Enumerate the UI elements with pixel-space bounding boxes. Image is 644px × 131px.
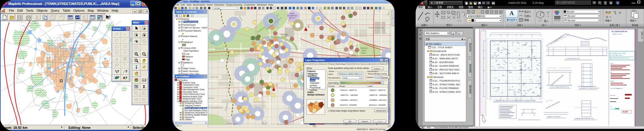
- svg-text:Park Plaza: Park Plaza: [250, 38, 260, 40]
- svg-text:BUILDING SECTION: BUILDING SECTION: [567, 58, 580, 59]
- svg-text:标注 ▾: 标注 ▾: [524, 10, 531, 13]
- svg-text:ELEVATOR PIT STAIR SECTION: ELEVATOR PIT STAIR SECTION: [580, 87, 599, 89]
- svg-text:插入: 插入: [544, 19, 549, 23]
- svg-text:Harmon: Harmon: [360, 47, 368, 49]
- svg-text:?: ?: [135, 59, 137, 62]
- svg-text:Harold Race: Harold Race: [226, 122, 238, 125]
- svg-text:clap: clap: [610, 71, 613, 73]
- svg-text:测量 ▾: 测量 ▾: [605, 19, 611, 22]
- svg-text:STRUCTURAL STAIR SECTION: STRUCTURAL STAIR SECTION: [551, 86, 569, 88]
- svg-text:Criand P Railroad: Criand P Railroad: [368, 27, 384, 29]
- svg-text:表格: 表格: [524, 19, 529, 22]
- svg-text:W 7th St: W 7th St: [210, 76, 218, 78]
- svg-text:W Lancaster Ave: W Lancaster Ave: [208, 106, 223, 108]
- svg-text:?: ?: [125, 70, 127, 73]
- svg-text:Σ: Σ: [143, 84, 145, 89]
- svg-text:GENERAL STRUCTURAL: GENERAL STRUCTURAL: [611, 53, 626, 54]
- svg-text:J41 CONTRACTING INC: J41 CONTRACTING INC: [611, 31, 628, 32]
- svg-text:NOTES AND SPECS: NOTES AND SPECS: [611, 54, 623, 56]
- svg-text:naming st: naming st: [610, 108, 616, 110]
- svg-text:TIPI: TIPI: [211, 42, 214, 44]
- svg-text:Park: Park: [282, 36, 286, 38]
- svg-text:S-16: S-16: [623, 111, 628, 113]
- svg-text:sheet typ: sheet typ: [610, 95, 615, 96]
- svg-text:MAIN AND SECOND FLOOR FRAMING: MAIN AND SECOND FLOOR FRAMING AND FOUNDA…: [496, 100, 535, 101]
- svg-text:Park: Park: [361, 52, 366, 54]
- svg-text:Field: Field: [361, 49, 366, 52]
- svg-text:screw: screw: [610, 80, 614, 82]
- svg-text:2: 2: [276, 83, 277, 87]
- svg-text:noted: noted: [610, 63, 613, 64]
- svg-text:?: ?: [117, 70, 119, 73]
- svg-text:SHEET NO: S-16: SHEET NO: S-16: [613, 33, 622, 35]
- svg-text:STAIR TYP. SECTION: STAIR TYP. SECTION: [548, 116, 560, 117]
- svg-text:Nash: Nash: [290, 12, 295, 15]
- svg-text:1: 1: [308, 24, 310, 29]
- svg-text:WINTER SALT STAIR SECTION: WINTER SALT STAIR SECTION: [576, 118, 594, 119]
- svg-text:粘贴 ▾: 粘贴 ▾: [630, 19, 636, 22]
- svg-text:?: ?: [117, 76, 119, 79]
- svg-text:?: ?: [108, 15, 110, 19]
- svg-text:FLOOR FRAMING PL: FLOOR FRAMING PL: [611, 88, 623, 89]
- svg-text:引线 ▾: 引线 ▾: [524, 15, 531, 18]
- svg-text:my: my: [610, 106, 612, 107]
- svg-text:?: ?: [617, 2, 618, 4]
- svg-text:Kansas St: Kansas St: [215, 48, 224, 50]
- svg-text:1 2: 1 2: [143, 79, 146, 81]
- svg-text:firth St: firth St: [208, 97, 214, 99]
- svg-text:199: 199: [263, 122, 266, 124]
